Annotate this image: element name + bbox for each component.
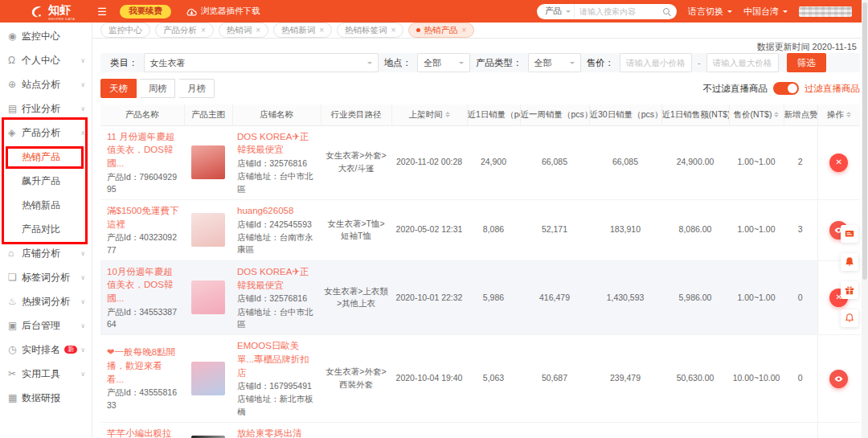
rank-tab[interactable]: 月榜 [179, 79, 215, 98]
product-link[interactable]: ❤一般每晚8點開播，歡迎來看看... [107, 346, 179, 386]
sort-icon[interactable] [846, 109, 851, 120]
tab-label: 热销词 [227, 25, 252, 36]
tab-chip[interactable]: 监控中心 [100, 23, 150, 38]
store-link[interactable]: 放給柬零媽出清 [237, 427, 316, 438]
user-account-redacted[interactable] [799, 6, 852, 17]
tab-chip[interactable]: 热销词 × [219, 23, 268, 38]
search-category-select[interactable]: 产品 [537, 4, 575, 19]
column-header[interactable]: 上架时间 [391, 104, 467, 125]
column-header[interactable]: 近30日销量（pcs） [589, 104, 661, 125]
price-range: 1.00~1.00 [729, 125, 784, 199]
sales-30d: 239,479 [589, 335, 661, 423]
sidebar-item-icon: ◉ [8, 31, 22, 42]
tab-chip[interactable]: 热销产品 × [408, 23, 474, 38]
min-price-input[interactable] [620, 53, 692, 72]
sidebar-item-产品分析[interactable]: ◈ 产品分析 ∧ [0, 121, 92, 145]
sidebar-item-标签词分析[interactable]: ❏ 标签词分析 ∨ [0, 265, 92, 289]
sidebar-item-店铺分析[interactable]: ⌂ 店铺分析 ∨ [0, 241, 92, 265]
toggle-off-label: 不过滤直播商品 [703, 83, 768, 95]
product-type-select[interactable]: 全部 [528, 53, 581, 72]
product-thumbnail[interactable] [191, 280, 225, 314]
product-thumbnail[interactable] [191, 145, 225, 179]
column-header[interactable]: 近1日销量（pcs） [467, 104, 520, 125]
sidebar-item-监控中心[interactable]: ◉ 监控中心 [0, 24, 92, 48]
column-header[interactable]: 新增点赞数 [784, 104, 817, 125]
product-link[interactable]: 芊芊小編出糗拉～放風去 [107, 427, 179, 438]
live-filter-toggle[interactable] [773, 82, 799, 95]
sidebar-subitem-热销新品[interactable]: 热销新品 [0, 193, 92, 217]
row-action-button[interactable] [829, 370, 848, 388]
renew-button[interactable]: 我要续费 [120, 5, 171, 18]
column-header[interactable]: 操作 [817, 104, 860, 125]
rank-tab[interactable]: 天榜 [100, 79, 137, 98]
column-header[interactable]: 行业类目路径 [321, 104, 391, 125]
region-select[interactable]: 中国台湾 [743, 6, 788, 18]
language-switch[interactable]: 语言切换 [688, 6, 732, 18]
category-select[interactable]: 女生衣著 [144, 53, 379, 72]
sidebar-item-实用工具[interactable]: ✂ 实用工具 ∨ [0, 362, 92, 386]
store-link[interactable]: DOS KOREA✈正韓我最便宜 [237, 265, 316, 292]
table-header-row: 产品名称 产品主图 店铺名称 行业类目路径 上架时间 近1日销量（pcs） 近一… [100, 104, 860, 125]
sidebar-item-实时排名[interactable]: ◷ 实时排名 新 ∨ [0, 338, 92, 362]
sidebar-item-数据研报[interactable]: ▦ 数据研报 [0, 386, 92, 410]
sort-icon[interactable] [774, 109, 779, 120]
sort-icon[interactable] [445, 109, 450, 120]
product-thumbnail[interactable] [191, 213, 225, 247]
sidebar-item-后台管理[interactable]: ▣ 后台管理 ∨ [0, 313, 92, 338]
sidebar-subitem-热销产品[interactable]: 热销产品 [0, 145, 92, 169]
sidebar-item-label: 监控中心 [22, 30, 82, 43]
product-link[interactable]: 滿$1500免運費下這裡 [107, 204, 179, 231]
alert-button[interactable] [841, 309, 858, 327]
column-header[interactable]: 售价(NT$) [729, 104, 784, 125]
close-tab-icon[interactable]: × [391, 26, 396, 35]
scrollbar-thumb[interactable] [862, 2, 867, 280]
column-header[interactable]: 店铺名称 [232, 104, 321, 125]
sidebar-item-行业分析[interactable]: ▤ 行业分析 ∨ [0, 96, 92, 121]
row-action-button[interactable]: ✕ [829, 154, 848, 172]
sidebar-item-label: 店铺分析 [22, 247, 77, 260]
notification-button[interactable] [841, 253, 858, 271]
sidebar-item-热搜词分析[interactable]: ♨ 热搜词分析 ∨ [0, 289, 92, 313]
sidebar-item-站点分析[interactable]: ⊕ 站点分析 ∨ [0, 72, 92, 96]
page-scrollbar[interactable] [862, 0, 868, 438]
product-thumbnail[interactable] [191, 362, 225, 395]
max-price-input[interactable] [706, 53, 779, 72]
search-input[interactable] [575, 7, 661, 16]
search-icon[interactable] [663, 8, 669, 14]
product-link[interactable]: 11 月份週年慶超值美衣，DOS韓國... [107, 130, 179, 170]
listing-time: 2020-09-10 14:49 [391, 422, 467, 438]
category-path: 女生衣著>上衣類>其他上衣 [321, 260, 391, 334]
close-tab-icon[interactable]: × [319, 26, 324, 35]
close-tab-icon[interactable]: × [201, 26, 206, 35]
column-header[interactable]: 产品名称 [100, 104, 184, 125]
column-header[interactable]: 近1日销售额(NT$) [661, 104, 729, 125]
gift-button[interactable] [841, 281, 858, 299]
sidebar-subitem-飙升产品[interactable]: 飙升产品 [0, 169, 92, 193]
tab-chip[interactable]: 产品分析 × [155, 23, 214, 38]
filter-submit-button[interactable]: 筛选 [787, 53, 826, 72]
menu-collapse-icon[interactable]: ☰ [97, 6, 107, 18]
chevron-icon: ∨ [80, 250, 85, 257]
store-link[interactable]: DOS KOREA✈正韓我最便宜 [237, 130, 316, 157]
sidebar-item-个人中心[interactable]: Ω 个人中心 ∨ [0, 48, 92, 72]
sidebar: ◉ 监控中心 Ω 个人中心 ∨ ⊕ 站点分析 ∨ ▤ 行业分析 ∨ ◈ 产品分析… [0, 23, 92, 438]
column-header[interactable]: 近一周销量（pcs） [520, 104, 589, 125]
plugin-download-link[interactable]: 浏览器插件下载 [186, 6, 260, 17]
tab-chip[interactable]: 热销标签词 × [337, 23, 403, 38]
zhixia-logo[interactable]: 知虾SHOPEE DATA [29, 2, 75, 21]
tab-chip[interactable]: 热销新词 × [273, 23, 332, 38]
store-link[interactable]: huang626058 [237, 204, 316, 218]
store-link[interactable]: EMOOS日歐美單...專櫃品牌折扣店 [237, 339, 316, 379]
table-body: 11 月份週年慶超值美衣，DOS韓國... 产品Id：7960492995 DO… [100, 125, 860, 438]
sales-7d: 66,085 [520, 125, 589, 199]
rank-tab[interactable]: 周榜 [140, 79, 175, 98]
close-tab-icon[interactable]: × [256, 26, 260, 35]
product-link[interactable]: 10月份週年慶超值美衣，DOS韓國... [107, 265, 179, 305]
close-tab-icon[interactable]: × [461, 26, 466, 35]
column-header[interactable]: 产品主图 [184, 104, 232, 125]
sidebar-subitem-产品对比[interactable]: 产品对比 [0, 217, 92, 241]
feedback-card-button[interactable] [841, 225, 858, 243]
chevron-down-icon [570, 62, 575, 67]
location-select[interactable]: 全部 [417, 53, 470, 72]
sales-30d: 123,203 [589, 422, 661, 438]
